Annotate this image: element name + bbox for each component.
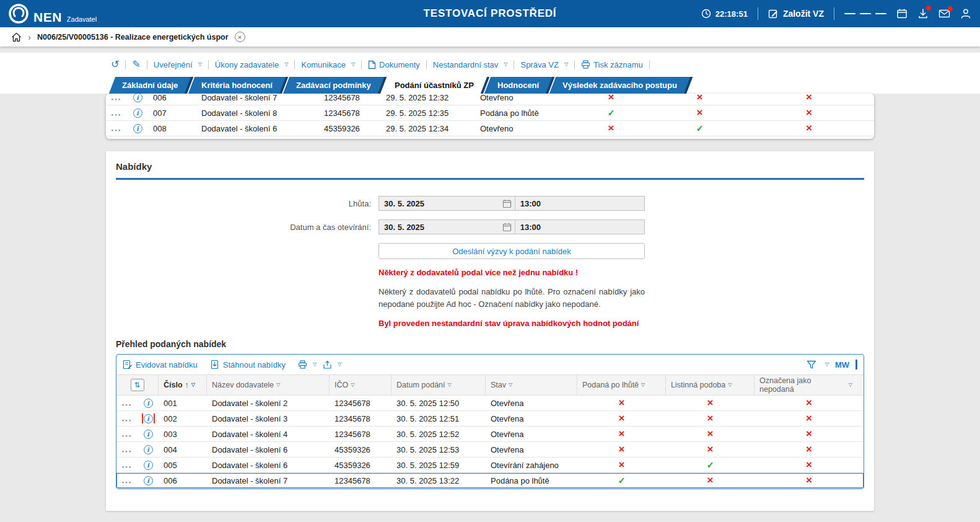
chevron-right-icon: › — [28, 32, 31, 42]
info-icon[interactable] — [144, 445, 153, 454]
status-mark-icon — [696, 124, 704, 133]
calendar-icon[interactable] — [502, 223, 512, 232]
row-actions-icon[interactable] — [122, 418, 133, 422]
cell-stav: Otevírání zahájeno — [486, 461, 577, 470]
divider — [125, 60, 126, 69]
status-mark-icon — [619, 430, 625, 439]
menu-komunikace[interactable]: Komunikace — [301, 60, 355, 69]
table-row[interactable]: 002 Dodavatel - školení 3 12345678 30. 5… — [116, 411, 864, 427]
status-mark-icon — [806, 476, 812, 485]
menu-icon[interactable] — [844, 11, 886, 17]
table-header: ⇅ Číslo↑ Název dodavatele IČO Datum podá… — [116, 374, 864, 396]
info-icon[interactable] — [144, 476, 153, 485]
tab-kriteria-hodnoceni[interactable]: Kritéria hodnocení — [188, 77, 288, 94]
cell-stav: Otevřena — [486, 445, 577, 454]
cell-datum: 30. 5. 2025 12:59 — [392, 461, 486, 470]
menu-sprava-vz[interactable]: Správa VZ — [520, 60, 568, 69]
export-menu-button[interactable] — [323, 360, 341, 369]
tab-vysledek[interactable]: Výsledek zadávacího postupu — [549, 77, 693, 94]
menu-uverejneni[interactable]: Uveřejnění — [154, 60, 202, 69]
row-actions-icon[interactable] — [122, 480, 133, 484]
view-selector[interactable] — [823, 362, 829, 368]
note-late-offer: Některý z dodavatelů podal nabídku po lh… — [378, 286, 645, 310]
breadcrumb-item[interactable]: N006/25/V00005136 - Realizace energetick… — [37, 33, 229, 42]
info-icon[interactable] — [144, 430, 153, 439]
table-row[interactable]: 005 Dodavatel - školení 6 45359326 30. 5… — [116, 458, 864, 473]
row-actions-icon[interactable] — [122, 449, 133, 453]
cell-cislo: 005 — [159, 461, 207, 470]
cell-stav: Podána po lhůtě — [475, 108, 567, 118]
row-actions-icon[interactable] — [122, 403, 133, 407]
column-cislo[interactable]: Číslo↑ — [159, 375, 207, 395]
column-nazev-dodavatele[interactable]: Název dodavatele — [207, 375, 330, 395]
calendar-icon[interactable] — [502, 199, 512, 208]
cell-nazev: Dodavatel - školení 7 — [207, 476, 330, 485]
menu-dokumenty[interactable]: Dokumenty — [368, 60, 420, 69]
row-actions-icon[interactable] — [112, 128, 122, 132]
tab-zakladni-udaje[interactable]: Základní údaje — [109, 77, 194, 94]
record-toolbar: ↺ ✎ Uveřejnění Úkony zadavatele Komunika… — [106, 58, 874, 77]
printer-icon — [581, 60, 590, 69]
row-actions-icon[interactable] — [112, 97, 122, 101]
table-row[interactable]: 008 Dodavatel - školení 6 45359326 29. 5… — [106, 121, 874, 136]
tab-podani-ucastniku-zp[interactable]: Podání účastníků ZP — [382, 77, 489, 94]
otevirani-date-input[interactable] — [379, 223, 502, 232]
table-row[interactable]: 004 Dodavatel - školení 6 45359326 30. 5… — [116, 442, 864, 458]
stahnout-nabidky-button[interactable]: Stáhnout nabídky — [210, 360, 286, 369]
cell-stav: Podána po lhůtě — [486, 476, 577, 485]
brand[interactable]: NEN Zadavatel — [9, 4, 97, 24]
tab-label: Základní údaje — [122, 77, 178, 94]
send-invitation-button[interactable]: Odeslání výzvy k podání nabídek — [378, 243, 645, 259]
menu-tisk-zaznamu[interactable]: Tisk záznamu — [581, 60, 643, 69]
info-icon[interactable] — [133, 94, 142, 102]
table-row-selected[interactable]: 006 Dodavatel - školení 7 12345678 30. 5… — [116, 473, 864, 489]
home-icon[interactable] — [11, 32, 22, 42]
messages-button[interactable] — [938, 9, 950, 19]
history-icon[interactable]: ↺ — [111, 60, 119, 69]
cell-stav: Otevřeno — [475, 124, 567, 133]
column-listinna-podoba[interactable]: Listinná podoba — [666, 375, 755, 395]
filter-icon[interactable] — [807, 360, 816, 369]
menu-nestandardni-stav[interactable]: Nestandardní stav — [433, 60, 508, 69]
lhuta-time-input[interactable] — [515, 199, 644, 208]
column-label: Číslo — [164, 381, 183, 389]
info-icon[interactable] — [144, 461, 153, 470]
cell-ico: 12345678 — [330, 414, 392, 423]
table-row[interactable]: 007 Dodavatel - školení 8 12345678 29. 5… — [106, 105, 874, 121]
view-mw[interactable]: MW — [835, 360, 849, 369]
table-row[interactable]: 003 Dodavatel - školení 4 12345678 30. 5… — [116, 427, 864, 442]
table-row[interactable]: 006 Dodavatel - školení 7 12345678 29. 5… — [106, 94, 874, 105]
info-icon[interactable] — [133, 108, 142, 118]
print-menu-button[interactable] — [298, 360, 317, 369]
tab-zadavaci-podminky[interactable]: Zadávací podmínky — [283, 77, 387, 94]
column-podana-po-lhute[interactable]: Podaná po lhůtě — [577, 375, 666, 395]
tab-hodnoceni[interactable]: Hodnocení — [484, 77, 555, 94]
close-record-icon[interactable]: × — [235, 32, 245, 42]
row-actions-icon[interactable] — [122, 434, 133, 438]
status-mark-icon — [806, 108, 812, 118]
otevirani-field — [378, 219, 645, 234]
table-row[interactable]: 001 Dodavatel - školení 2 12345678 30. 5… — [116, 396, 864, 411]
row-actions-icon[interactable] — [112, 113, 122, 117]
evidovat-nabidku-button[interactable]: Evidovat nabídku — [123, 360, 198, 369]
cell-cislo: 002 — [159, 414, 207, 423]
column-datum-podani[interactable]: Datum podání — [392, 375, 486, 395]
column-oznacena-jako-nepodana[interactable]: Označena jako nepodaná — [755, 375, 864, 395]
brand-subtitle: Zadavatel — [67, 15, 97, 24]
downloads-button[interactable] — [917, 8, 929, 19]
info-icon[interactable] — [133, 124, 142, 133]
row-actions-icon[interactable] — [122, 465, 133, 469]
column-ico[interactable]: IČO — [330, 375, 392, 395]
create-vz-button[interactable]: Založit VZ — [768, 9, 824, 19]
edit-pencil-icon[interactable]: ✎ — [132, 60, 140, 69]
info-icon[interactable] — [144, 399, 153, 408]
otevirani-time-input[interactable] — [515, 223, 644, 232]
column-sort-icon[interactable]: ⇅ — [131, 379, 144, 391]
calendar-button[interactable] — [896, 8, 908, 19]
lhuta-date-input[interactable] — [379, 199, 502, 208]
column-stav[interactable]: Stav — [486, 375, 577, 395]
menu-ukony-zadavatele[interactable]: Úkony zadavatele — [215, 60, 289, 69]
cell-datum: 29. 5. 2025 12:32 — [381, 94, 475, 102]
user-button[interactable] — [960, 8, 971, 19]
info-icon-highlighted[interactable] — [144, 414, 153, 423]
